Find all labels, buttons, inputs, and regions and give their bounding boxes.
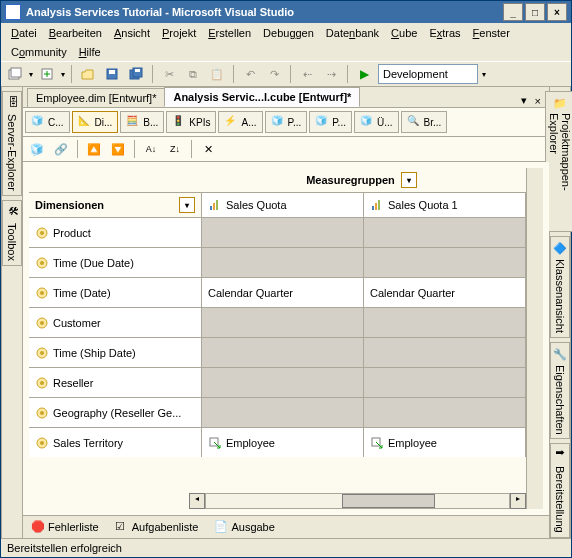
tab-error-list[interactable]: 🛑Fehlerliste xyxy=(27,518,103,536)
class-view-tab[interactable]: 🔷Klassenansicht xyxy=(550,236,570,338)
sort-az-button[interactable]: A↓ xyxy=(141,139,161,159)
menu-window[interactable]: Fenster xyxy=(467,25,516,41)
rail-label: Bereitstellung xyxy=(554,466,566,533)
tab-actions[interactable]: ⚡A... xyxy=(218,111,262,133)
sort-za-button[interactable]: Z↓ xyxy=(165,139,185,159)
dim-cell[interactable]: Time (Date) xyxy=(29,277,202,307)
save-button[interactable] xyxy=(102,64,122,84)
redo-button[interactable]: ↷ xyxy=(264,64,284,84)
open-button[interactable] xyxy=(78,64,98,84)
dropdown-arrow-icon[interactable]: ▾ xyxy=(61,70,65,79)
undo-button[interactable]: ↶ xyxy=(240,64,260,84)
tab-employee-dim[interactable]: Employee.dim [Entwurf]* xyxy=(27,88,165,107)
dimension-icon xyxy=(35,226,49,240)
copy-button[interactable]: ⧉ xyxy=(183,64,203,84)
tab-close-button[interactable]: × xyxy=(531,95,545,107)
nav-fwd-button[interactable]: ⇢ xyxy=(321,64,341,84)
save-all-button[interactable] xyxy=(126,64,146,84)
h-scrollbar-track[interactable] xyxy=(205,493,510,509)
dim-cell[interactable]: Product xyxy=(29,217,202,247)
minimize-button[interactable]: _ xyxy=(503,3,523,21)
measure-cell[interactable] xyxy=(202,307,364,337)
tab-kpis[interactable]: 🚦KPIs xyxy=(166,111,216,133)
measure-cell[interactable] xyxy=(364,307,526,337)
add-cube-dim-button[interactable]: 🧊 xyxy=(27,139,47,159)
menu-help[interactable]: Hilfe xyxy=(73,44,107,60)
menu-extras[interactable]: Extras xyxy=(423,25,466,41)
deployment-tab[interactable]: ⬆Bereitstellung xyxy=(550,443,570,538)
dim-cell[interactable]: Customer xyxy=(29,307,202,337)
measure-cell[interactable] xyxy=(364,217,526,247)
menu-database[interactable]: Datenbank xyxy=(320,25,385,41)
scroll-right-button[interactable]: ▸ xyxy=(510,493,526,509)
v-scrollbar[interactable] xyxy=(526,168,543,509)
tab-browser[interactable]: 🔍Br... xyxy=(401,111,448,133)
tab-task-list[interactable]: ☑Aufgabenliste xyxy=(111,518,203,536)
col-sales-quota-1[interactable]: Sales Quota 1 xyxy=(388,199,458,211)
tab-calculations[interactable]: 🧮B... xyxy=(120,111,164,133)
solution-explorer-tab[interactable]: 📁Projektmappen-Explorer xyxy=(545,91,572,232)
measure-cell[interactable]: Calendar Quarter xyxy=(364,277,526,307)
delete-button[interactable]: ✕ xyxy=(198,139,218,159)
menubar: Datei Bearbeiten Ansicht Projekt Erstell… xyxy=(1,23,571,43)
menu-project[interactable]: Projekt xyxy=(156,25,202,41)
tab-output[interactable]: 📄Ausgabe xyxy=(210,518,278,536)
properties-tab[interactable]: 🔧Eigenschaften xyxy=(550,342,570,440)
col-sales-quota[interactable]: Sales Quota xyxy=(226,199,287,211)
measure-cell[interactable] xyxy=(202,337,364,367)
dropdown-arrow-icon[interactable]: ▾ xyxy=(482,70,486,79)
dim-filter-button[interactable]: ▾ xyxy=(179,197,195,213)
tab-perspectives[interactable]: 🧊P... xyxy=(309,111,352,133)
menu-edit[interactable]: Bearbeiten xyxy=(43,25,108,41)
measure-cell[interactable] xyxy=(202,247,364,277)
close-button[interactable]: × xyxy=(547,3,567,21)
tab-translations[interactable]: 🧊Ü... xyxy=(354,111,399,133)
measure-cell[interactable] xyxy=(364,337,526,367)
maximize-button[interactable]: □ xyxy=(525,3,545,21)
h-scrollbar-thumb[interactable] xyxy=(342,494,435,508)
measure-cell[interactable]: Calendar Quarter xyxy=(202,277,364,307)
nav-back-button[interactable]: ⇠ xyxy=(297,64,317,84)
dim-cell[interactable]: Time (Due Date) xyxy=(29,247,202,277)
sort-asc-button[interactable]: 🔼 xyxy=(84,139,104,159)
tab-partitions[interactable]: 🧊P... xyxy=(265,111,308,133)
paste-button[interactable]: 📋 xyxy=(207,64,227,84)
tab-cube[interactable]: Analysis Servic...l.cube [Entwurf]* xyxy=(164,87,360,107)
measure-cell[interactable] xyxy=(364,367,526,397)
sort-desc-button[interactable]: 🔽 xyxy=(108,139,128,159)
menu-build[interactable]: Erstellen xyxy=(202,25,257,41)
dim-cell[interactable]: Reseller xyxy=(29,367,202,397)
measure-cell[interactable] xyxy=(364,397,526,427)
measure-cell[interactable]: Employee xyxy=(202,427,364,457)
dim-cell[interactable]: Time (Ship Date) xyxy=(29,337,202,367)
window-title: Analysis Services Tutorial - Microsoft V… xyxy=(26,6,294,18)
tab-scroll-icon[interactable]: ▾ xyxy=(517,94,531,107)
measure-cell[interactable] xyxy=(364,247,526,277)
dimension-icon xyxy=(35,406,49,420)
designer-tabs: 🧊C... 📐Di... 🧮B... 🚦KPIs ⚡A... 🧊P... 🧊P.… xyxy=(23,108,549,137)
dim-cell[interactable]: Sales Territory xyxy=(29,427,202,457)
menu-community[interactable]: Community xyxy=(5,44,73,60)
menu-cube[interactable]: Cube xyxy=(385,25,423,41)
scroll-left-button[interactable]: ◂ xyxy=(189,493,205,509)
tab-dimension-usage[interactable]: 📐Di... xyxy=(72,111,119,133)
dim-cell[interactable]: Geography (Reseller Ge... xyxy=(29,397,202,427)
cut-button[interactable]: ✂ xyxy=(159,64,179,84)
menu-debug[interactable]: Debuggen xyxy=(257,25,320,41)
menu-file[interactable]: Datei xyxy=(5,25,43,41)
measure-cell[interactable] xyxy=(202,367,364,397)
mg-filter-button[interactable]: ▾ xyxy=(401,172,417,188)
menu-view[interactable]: Ansicht xyxy=(108,25,156,41)
add-item-button[interactable] xyxy=(37,64,57,84)
start-button[interactable]: ▶ xyxy=(354,64,374,84)
measure-cell[interactable] xyxy=(202,397,364,427)
toolbox-tab[interactable]: 🛠Toolbox xyxy=(2,200,22,266)
new-project-button[interactable] xyxy=(5,64,25,84)
dropdown-arrow-icon[interactable]: ▾ xyxy=(29,70,33,79)
server-explorer-tab[interactable]: 🗄Server-Explorer xyxy=(2,91,22,196)
measure-cell[interactable] xyxy=(202,217,364,247)
new-linked-button[interactable]: 🔗 xyxy=(51,139,71,159)
measure-cell[interactable]: Employee xyxy=(364,427,526,457)
tab-cube-structure[interactable]: 🧊C... xyxy=(25,111,70,133)
config-dropdown[interactable]: Development xyxy=(378,64,478,84)
